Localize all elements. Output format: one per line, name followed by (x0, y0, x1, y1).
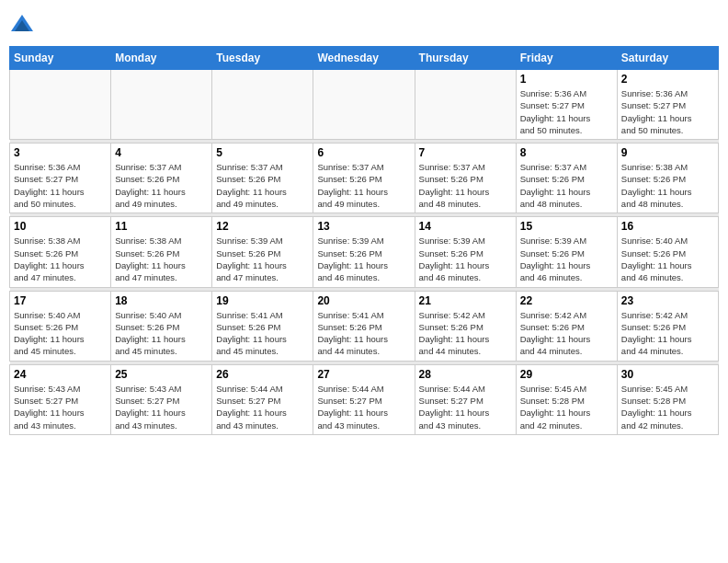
calendar-table: SundayMondayTuesdayWednesdayThursdayFrid… (9, 46, 719, 435)
day-info: Sunrise: 5:45 AM Sunset: 5:28 PM Dayligh… (621, 383, 714, 431)
page-header (9, 9, 719, 39)
day-info: Sunrise: 5:41 AM Sunset: 5:26 PM Dayligh… (216, 309, 309, 358)
day-info: Sunrise: 5:36 AM Sunset: 5:27 PM Dayligh… (520, 87, 613, 136)
calendar-week-row: 1Sunrise: 5:36 AM Sunset: 5:27 PM Daylig… (10, 70, 719, 140)
calendar-header-row: SundayMondayTuesdayWednesdayThursdayFrid… (10, 47, 719, 70)
svg-rect-2 (18, 26, 26, 31)
day-number: 13 (317, 220, 410, 233)
calendar-week-row: 24Sunrise: 5:43 AM Sunset: 5:27 PM Dayli… (10, 364, 719, 434)
calendar-week-row: 3Sunrise: 5:36 AM Sunset: 5:27 PM Daylig… (10, 144, 719, 213)
calendar-cell: 21Sunrise: 5:42 AM Sunset: 5:26 PM Dayli… (415, 291, 516, 361)
calendar-day-header: Saturday (617, 47, 718, 70)
day-info: Sunrise: 5:39 AM Sunset: 5:26 PM Dayligh… (419, 235, 512, 283)
calendar-cell: 28Sunrise: 5:44 AM Sunset: 5:27 PM Dayli… (415, 364, 516, 434)
day-number: 19 (216, 294, 309, 307)
day-number: 6 (317, 146, 410, 159)
day-info: Sunrise: 5:44 AM Sunset: 5:27 PM Dayligh… (216, 383, 309, 431)
calendar-cell: 29Sunrise: 5:45 AM Sunset: 5:28 PM Dayli… (516, 364, 617, 434)
day-number: 2 (621, 73, 714, 86)
day-number: 1 (520, 73, 613, 86)
day-info: Sunrise: 5:38 AM Sunset: 5:26 PM Dayligh… (115, 235, 208, 283)
calendar-day-header: Thursday (415, 47, 516, 70)
calendar-cell: 14Sunrise: 5:39 AM Sunset: 5:26 PM Dayli… (415, 217, 516, 287)
day-info: Sunrise: 5:40 AM Sunset: 5:26 PM Dayligh… (14, 309, 107, 358)
calendar-cell: 13Sunrise: 5:39 AM Sunset: 5:26 PM Dayli… (313, 217, 415, 287)
calendar-cell: 27Sunrise: 5:44 AM Sunset: 5:27 PM Dayli… (313, 364, 415, 434)
day-number: 27 (317, 368, 410, 381)
day-info: Sunrise: 5:41 AM Sunset: 5:26 PM Dayligh… (317, 309, 410, 358)
calendar-cell: 9Sunrise: 5:38 AM Sunset: 5:26 PM Daylig… (617, 144, 718, 213)
day-info: Sunrise: 5:37 AM Sunset: 5:26 PM Dayligh… (216, 161, 309, 210)
calendar-cell (415, 70, 516, 140)
calendar-cell: 20Sunrise: 5:41 AM Sunset: 5:26 PM Dayli… (313, 291, 415, 361)
calendar-week-row: 10Sunrise: 5:38 AM Sunset: 5:26 PM Dayli… (10, 217, 719, 287)
day-number: 30 (621, 368, 714, 381)
calendar-cell: 8Sunrise: 5:37 AM Sunset: 5:26 PM Daylig… (516, 144, 617, 213)
day-number: 9 (621, 146, 714, 159)
day-info: Sunrise: 5:39 AM Sunset: 5:26 PM Dayligh… (520, 235, 613, 283)
day-info: Sunrise: 5:37 AM Sunset: 5:26 PM Dayligh… (419, 161, 512, 210)
day-number: 21 (419, 294, 512, 307)
day-number: 5 (216, 146, 309, 159)
calendar-cell: 5Sunrise: 5:37 AM Sunset: 5:26 PM Daylig… (212, 144, 313, 213)
day-info: Sunrise: 5:36 AM Sunset: 5:27 PM Dayligh… (621, 87, 714, 136)
day-number: 11 (115, 220, 208, 233)
day-number: 20 (317, 294, 410, 307)
day-info: Sunrise: 5:39 AM Sunset: 5:26 PM Dayligh… (216, 235, 309, 283)
calendar-cell: 25Sunrise: 5:43 AM Sunset: 5:27 PM Dayli… (111, 364, 212, 434)
calendar-cell: 19Sunrise: 5:41 AM Sunset: 5:26 PM Dayli… (212, 291, 313, 361)
calendar-cell: 2Sunrise: 5:36 AM Sunset: 5:27 PM Daylig… (617, 70, 718, 140)
day-number: 23 (621, 294, 714, 307)
calendar-cell: 3Sunrise: 5:36 AM Sunset: 5:27 PM Daylig… (10, 144, 111, 213)
day-info: Sunrise: 5:42 AM Sunset: 5:26 PM Dayligh… (419, 309, 512, 358)
calendar-day-header: Tuesday (212, 47, 313, 70)
calendar-cell: 22Sunrise: 5:42 AM Sunset: 5:26 PM Dayli… (516, 291, 617, 361)
day-info: Sunrise: 5:38 AM Sunset: 5:26 PM Dayligh… (14, 235, 107, 283)
calendar-cell: 6Sunrise: 5:37 AM Sunset: 5:26 PM Daylig… (313, 144, 415, 213)
calendar-cell: 7Sunrise: 5:37 AM Sunset: 5:26 PM Daylig… (415, 144, 516, 213)
day-info: Sunrise: 5:37 AM Sunset: 5:26 PM Dayligh… (317, 161, 410, 210)
calendar-cell: 18Sunrise: 5:40 AM Sunset: 5:26 PM Dayli… (111, 291, 212, 361)
day-info: Sunrise: 5:43 AM Sunset: 5:27 PM Dayligh… (14, 383, 107, 431)
calendar-cell: 23Sunrise: 5:42 AM Sunset: 5:26 PM Dayli… (617, 291, 718, 361)
day-info: Sunrise: 5:40 AM Sunset: 5:26 PM Dayligh… (621, 235, 714, 283)
calendar-day-header: Wednesday (313, 47, 415, 70)
day-info: Sunrise: 5:36 AM Sunset: 5:27 PM Dayligh… (14, 161, 107, 210)
calendar-cell (10, 70, 111, 140)
day-number: 24 (14, 368, 107, 381)
calendar-cell: 17Sunrise: 5:40 AM Sunset: 5:26 PM Dayli… (10, 291, 111, 361)
day-number: 17 (14, 294, 107, 307)
day-number: 3 (14, 146, 107, 159)
calendar-day-header: Friday (516, 47, 617, 70)
calendar-cell: 10Sunrise: 5:38 AM Sunset: 5:26 PM Dayli… (10, 217, 111, 287)
day-number: 10 (14, 220, 107, 233)
calendar-cell: 24Sunrise: 5:43 AM Sunset: 5:27 PM Dayli… (10, 364, 111, 434)
calendar-cell (313, 70, 415, 140)
day-number: 4 (115, 146, 208, 159)
calendar-day-header: Sunday (10, 47, 111, 70)
day-info: Sunrise: 5:43 AM Sunset: 5:27 PM Dayligh… (115, 383, 208, 431)
day-info: Sunrise: 5:44 AM Sunset: 5:27 PM Dayligh… (317, 383, 410, 431)
day-info: Sunrise: 5:38 AM Sunset: 5:26 PM Dayligh… (621, 161, 714, 210)
day-number: 28 (419, 368, 512, 381)
day-info: Sunrise: 5:44 AM Sunset: 5:27 PM Dayligh… (419, 383, 512, 431)
calendar-body: 1Sunrise: 5:36 AM Sunset: 5:27 PM Daylig… (10, 70, 719, 435)
calendar-week-row: 17Sunrise: 5:40 AM Sunset: 5:26 PM Dayli… (10, 291, 719, 361)
day-info: Sunrise: 5:42 AM Sunset: 5:26 PM Dayligh… (621, 309, 714, 358)
calendar-cell (111, 70, 212, 140)
calendar-cell: 11Sunrise: 5:38 AM Sunset: 5:26 PM Dayli… (111, 217, 212, 287)
day-number: 29 (520, 368, 613, 381)
calendar-cell: 4Sunrise: 5:37 AM Sunset: 5:26 PM Daylig… (111, 144, 212, 213)
day-number: 18 (115, 294, 208, 307)
calendar-cell: 30Sunrise: 5:45 AM Sunset: 5:28 PM Dayli… (617, 364, 718, 434)
calendar-cell: 16Sunrise: 5:40 AM Sunset: 5:26 PM Dayli… (617, 217, 718, 287)
day-number: 16 (621, 220, 714, 233)
day-info: Sunrise: 5:37 AM Sunset: 5:26 PM Dayligh… (115, 161, 208, 210)
logo (9, 13, 37, 39)
day-number: 8 (520, 146, 613, 159)
day-info: Sunrise: 5:39 AM Sunset: 5:26 PM Dayligh… (317, 235, 410, 283)
day-info: Sunrise: 5:42 AM Sunset: 5:26 PM Dayligh… (520, 309, 613, 358)
calendar-day-header: Monday (111, 47, 212, 70)
day-number: 26 (216, 368, 309, 381)
day-info: Sunrise: 5:45 AM Sunset: 5:28 PM Dayligh… (520, 383, 613, 431)
